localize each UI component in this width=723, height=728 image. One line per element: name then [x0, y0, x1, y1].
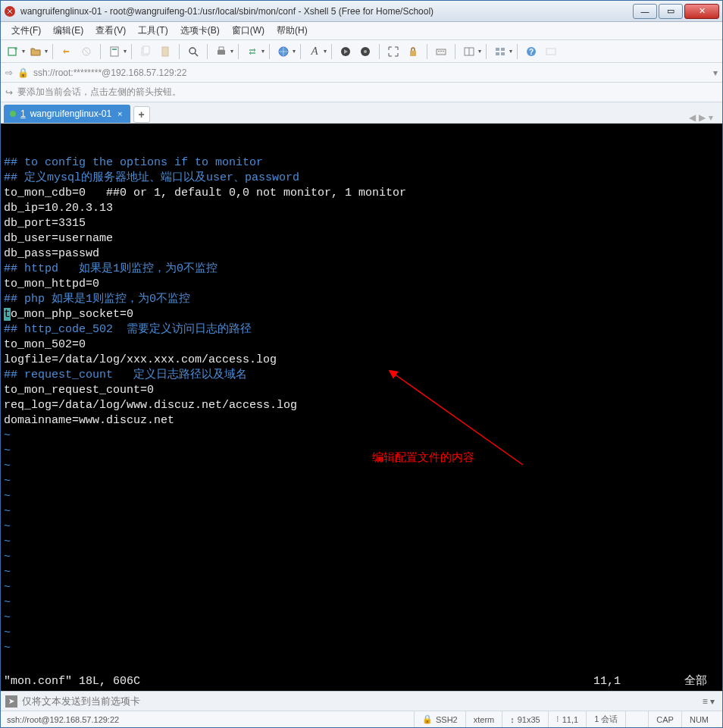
status-cap: CAP [648, 711, 681, 727]
send-bar: ➤ ≡ ▾ [1, 691, 722, 711]
menubar: 文件(F) 编辑(E) 查看(V) 工具(T) 选项卡(B) 窗口(W) 帮助(… [1, 22, 722, 40]
status-ssh: ssh://root@192.168.57.129:22 [7, 715, 414, 724]
tip-arrow-icon[interactable]: ↪ [5, 87, 13, 98]
svg-rect-18 [440, 51, 442, 52]
window-title: wangruifenglinux-01 - root@wangruifeng-0… [20, 6, 633, 17]
fullscreen-icon[interactable] [384, 42, 402, 61]
svg-rect-3 [111, 47, 118, 56]
print-icon[interactable] [212, 42, 230, 61]
tab-index: 1 [20, 108, 26, 119]
lock-icon[interactable] [404, 42, 422, 61]
menu-help[interactable]: 帮助(H) [271, 23, 314, 39]
statusbar: ssh://root@192.168.57.129:22 🔒 SSH2 xter… [1, 711, 722, 727]
send-icon[interactable]: ➤ [5, 695, 17, 708]
svg-rect-6 [143, 46, 149, 54]
menu-tabs[interactable]: 选项卡(B) [174, 23, 226, 39]
menu-view[interactable]: 查看(V) [89, 23, 132, 39]
menu-edit[interactable]: 编辑(E) [47, 23, 89, 39]
svg-rect-17 [438, 51, 440, 52]
svg-rect-27 [546, 49, 556, 55]
new-session-icon[interactable] [4, 42, 22, 61]
svg-rect-16 [437, 49, 446, 55]
send-menu-icon[interactable]: ≡ ▾ [700, 696, 718, 707]
titlebar[interactable]: wangruifenglinux-01 - root@wangruifeng-0… [1, 1, 722, 22]
tab-label: wangruifenglinux-01 [30, 108, 111, 119]
app-window: wangruifenglinux-01 - root@wangruifeng-0… [0, 0, 723, 728]
app-icon [4, 5, 16, 17]
toolbar-overflow-icon[interactable] [542, 42, 560, 61]
vim-cursor-pos: 11,1 [593, 674, 684, 689]
tab-menu-icon[interactable]: ▾ [709, 112, 713, 123]
tab-next-icon[interactable]: ▶ [699, 112, 706, 123]
tab-prev-icon[interactable]: ◀ [689, 112, 696, 123]
layout-icon[interactable] [460, 42, 478, 61]
paste-icon[interactable] [156, 42, 174, 61]
svg-rect-4 [112, 49, 117, 50]
tabbar: 1 wangruifenglinux-01 × + ◀ ▶ ▾ [1, 102, 722, 124]
svg-rect-23 [496, 52, 499, 55]
new-tab-button[interactable]: + [133, 106, 150, 123]
svg-point-8 [189, 48, 196, 54]
svg-rect-7 [162, 47, 168, 56]
addressbar: ⇨ 🔒 ssh://root:********@192.168.57.129:2… [1, 63, 722, 83]
vim-percent: 全部 [684, 674, 719, 689]
tipbar: ↪ 要添加当前会话，点击左侧的箭头按钮。 [1, 83, 722, 102]
find-icon[interactable] [184, 42, 202, 61]
ssh-address[interactable]: ssh://root:********@192.168.57.129:22 [33, 67, 709, 78]
status-proto: 🔒 SSH2 [414, 711, 465, 727]
toolbar: ▾ ▾ ▾ ▾ ▾ ▾ A▾ ▾ ▾ ? [1, 40, 722, 63]
reconnect-icon[interactable] [58, 42, 76, 61]
close-button[interactable]: ✕ [684, 4, 719, 19]
status-sessions: 1 会话 [586, 711, 625, 727]
status-size: ↕ 91x35 [502, 711, 547, 727]
svg-rect-21 [496, 48, 499, 51]
vim-file-info: "mon.conf" 18L, 606C [4, 674, 593, 689]
vim-statusline: "mon.conf" 18L, 606C 11,1 全部 [4, 674, 719, 689]
terminal[interactable]: ## to config the options if to monitor##… [1, 124, 722, 691]
menu-file[interactable]: 文件(F) [5, 23, 47, 39]
send-input[interactable] [22, 695, 695, 707]
minimize-button[interactable]: — [633, 4, 657, 19]
svg-rect-15 [410, 51, 416, 56]
addressbar-dropdown-icon[interactable]: ▾ [713, 67, 718, 78]
status-blank [625, 711, 648, 727]
toggle2-icon[interactable] [356, 42, 374, 61]
status-num: NUM [681, 711, 716, 727]
status-dot-icon [10, 111, 16, 117]
svg-rect-22 [501, 48, 505, 51]
font-icon[interactable]: A [305, 42, 324, 61]
properties-icon[interactable] [105, 42, 124, 61]
svg-point-14 [364, 50, 367, 53]
session-tab[interactable]: 1 wangruifenglinux-01 × [4, 105, 130, 123]
lock-small-icon: 🔒 [17, 67, 29, 78]
keyboard-icon[interactable] [432, 42, 450, 61]
disconnect-icon[interactable] [77, 42, 95, 61]
svg-text:?: ? [529, 48, 534, 56]
status-term: xterm [465, 711, 502, 727]
tile-icon[interactable] [491, 42, 509, 61]
transfer-icon[interactable] [243, 42, 261, 61]
toggle1-icon[interactable] [336, 42, 355, 61]
help-icon[interactable]: ? [522, 42, 540, 61]
globe-icon[interactable] [274, 42, 293, 61]
maximize-button[interactable]: ▭ [659, 4, 683, 19]
svg-rect-10 [219, 47, 224, 50]
svg-rect-24 [501, 52, 505, 55]
tab-close-icon[interactable]: × [116, 109, 124, 118]
tip-text: 要添加当前会话，点击左侧的箭头按钮。 [17, 86, 181, 99]
open-icon[interactable] [27, 42, 45, 61]
menu-window[interactable]: 窗口(W) [226, 23, 271, 39]
status-pos: ⁝ 11,1 [548, 711, 586, 727]
svg-rect-9 [218, 50, 225, 55]
copy-icon[interactable] [136, 42, 155, 61]
svg-rect-19 [443, 51, 444, 52]
menu-tools[interactable]: 工具(T) [132, 23, 174, 39]
addressbar-arrow-icon[interactable]: ⇨ [5, 67, 13, 78]
